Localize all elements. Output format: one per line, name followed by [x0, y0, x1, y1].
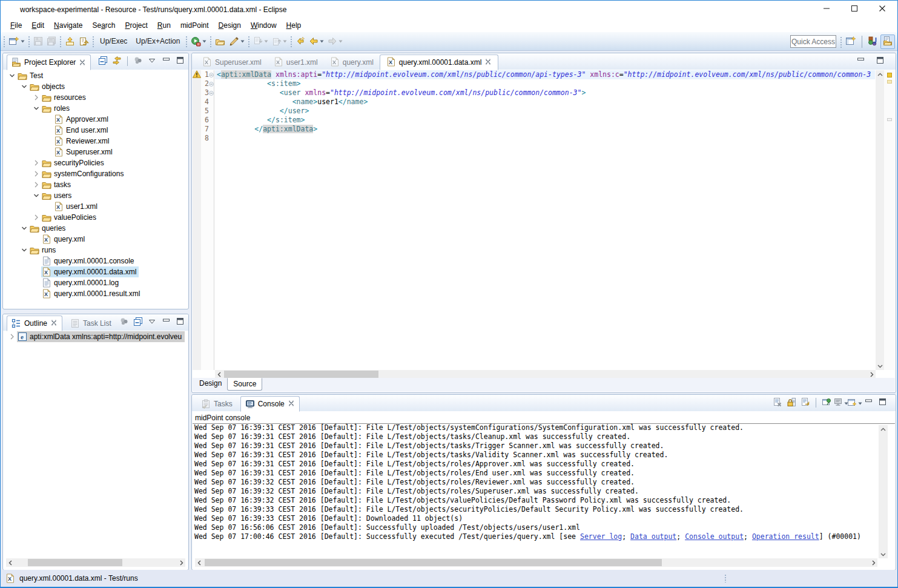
menu-navigate[interactable]: Navigate: [49, 19, 87, 31]
upload-server-button[interactable]: [63, 34, 77, 48]
upload-execute-button[interactable]: [77, 34, 91, 48]
warning-icon[interactable]: [193, 70, 201, 80]
menu-run[interactable]: Run: [153, 19, 176, 31]
focus-button[interactable]: [133, 56, 143, 66]
tree-item-reviewer-xml[interactable]: XReviewer.xml: [4, 136, 188, 147]
java-perspective-button[interactable]: [866, 35, 880, 49]
word-wrap-button[interactable]: [801, 398, 810, 408]
warning-overview-mark[interactable]: [887, 73, 892, 78]
code-line-4[interactable]: <name>user1</name>: [215, 97, 875, 107]
forward-button[interactable]: [326, 34, 345, 48]
scroll-lock-button[interactable]: [787, 398, 796, 408]
scroll-up-icon[interactable]: [876, 70, 884, 79]
scroll-left-icon[interactable]: [195, 558, 203, 567]
chevron-expanded-icon[interactable]: [19, 245, 29, 255]
chevron-expanded-icon[interactable]: [19, 82, 29, 91]
chevron-expanded-icon[interactable]: [19, 223, 29, 233]
chevron-expanded-icon[interactable]: [7, 71, 17, 81]
collapse-all-button[interactable]: [133, 317, 143, 327]
tab-task-list[interactable]: Task List: [66, 315, 116, 331]
display-console-button[interactable]: [836, 398, 845, 408]
editor-vertical-scrollbar[interactable]: [876, 70, 884, 370]
resource-perspective-button[interactable]: [880, 35, 895, 49]
maximize-view-button[interactable]: [175, 56, 185, 66]
occurrence-overview-mark[interactable]: [887, 118, 892, 121]
code-line-7[interactable]: </apti:xmlData>: [215, 125, 875, 134]
window-minimize-button[interactable]: [814, 1, 842, 18]
menu-file[interactable]: File: [5, 19, 27, 31]
close-view-icon[interactable]: [50, 319, 58, 328]
menu-project[interactable]: Project: [120, 19, 152, 31]
outline-root-row[interactable]: e apti:xmlData xmlns:apti=http://midpoin…: [4, 331, 188, 342]
collapse-all-button[interactable]: [98, 56, 108, 66]
minimize-view-button[interactable]: [856, 56, 865, 66]
scrollbar-thumb[interactable]: [28, 559, 122, 566]
menu-search[interactable]: Search: [87, 19, 120, 31]
pin-console-button[interactable]: [822, 398, 831, 408]
close-editor-icon[interactable]: [484, 58, 492, 67]
up-ex-action-button[interactable]: Up/Ex+Action: [131, 34, 184, 48]
xml-editor[interactable]: 12345678 <apti:xmlData xmlns:apti="http:…: [193, 70, 895, 370]
scroll-left-icon[interactable]: [215, 370, 223, 378]
save-button[interactable]: [31, 34, 45, 48]
tree-item-query-xml-00001-result-xml[interactable]: Xquery.xml.00001.result.xml: [4, 288, 188, 299]
tree-item-valuepolicies[interactable]: valuePolicies: [4, 212, 188, 223]
tree-item-superuser-xml[interactable]: XSuperuser.xml: [4, 147, 188, 157]
fold-marker-expanded[interactable]: [209, 70, 214, 79]
scroll-up-icon[interactable]: [879, 425, 888, 434]
tree-item-systemconfigurations[interactable]: systemConfigurations: [4, 168, 188, 179]
chevron-collapsed-icon[interactable]: [31, 169, 41, 179]
menu-midpoint[interactable]: midPoint: [176, 19, 214, 31]
tree-item-runs[interactable]: runs: [4, 245, 188, 256]
tree-item-resources[interactable]: resources: [4, 92, 188, 103]
tab-console[interactable]: Console: [240, 396, 300, 412]
menu-design[interactable]: Design: [214, 19, 246, 31]
menu-window[interactable]: Window: [246, 19, 282, 31]
tree-item-tasks[interactable]: tasks: [4, 179, 188, 190]
previous-annotation-button[interactable]: [270, 34, 289, 48]
run-button[interactable]: [189, 34, 208, 48]
warning-overview-mark-2[interactable]: [887, 80, 892, 84]
last-edit-location-button[interactable]: [294, 34, 307, 48]
console-content[interactable]: midPoint console Wed Sep 07 16:39:31 CES…: [193, 412, 895, 569]
console-link-operation-result[interactable]: Operation result: [752, 532, 819, 541]
paintbrush-button[interactable]: [227, 34, 246, 48]
code-text-area[interactable]: <apti:xmlData xmlns:apti="http://midpoin…: [215, 70, 875, 370]
close-view-icon[interactable]: [79, 59, 86, 66]
editor-tab-user1-xml[interactable]: Xuser1.xml: [268, 55, 324, 70]
scroll-left-icon[interactable]: [6, 558, 15, 567]
minimize-view-button[interactable]: [863, 398, 873, 408]
up-exec-button[interactable]: Up/Exec: [96, 34, 131, 48]
maximize-view-button[interactable]: [175, 317, 185, 327]
code-line-8[interactable]: [215, 134, 875, 143]
chevron-collapsed-icon[interactable]: [31, 93, 41, 102]
link-with-editor-button[interactable]: [112, 56, 122, 66]
window-maximize-button[interactable]: [842, 1, 870, 18]
code-line-2[interactable]: <s:item>: [215, 79, 875, 88]
editor-tab-query-xml[interactable]: Xquery.xml: [324, 55, 380, 70]
console-horizontal-scrollbar[interactable]: [195, 558, 877, 567]
view-menu-button[interactable]: [147, 317, 157, 327]
scroll-right-icon[interactable]: [869, 558, 877, 567]
fold-marker-expanded[interactable]: [209, 88, 214, 97]
console-link-server-log[interactable]: Server log: [580, 532, 622, 541]
open-folder-button[interactable]: [213, 34, 227, 48]
maximize-view-button[interactable]: [875, 56, 885, 66]
editor-horizontal-scrollbar[interactable]: [215, 370, 876, 378]
chevron-expanded-icon[interactable]: [31, 104, 41, 113]
maximize-view-button[interactable]: [877, 398, 887, 408]
tab-source[interactable]: Source: [227, 378, 262, 391]
console-vertical-scrollbar[interactable]: [879, 425, 888, 558]
tab-tasks[interactable]: Tasks: [197, 396, 237, 412]
chevron-collapsed-icon[interactable]: [31, 213, 41, 222]
save-all-button[interactable]: [45, 34, 58, 48]
scrollbar-thumb[interactable]: [224, 371, 378, 378]
window-close-button[interactable]: [870, 1, 897, 18]
clear-console-button[interactable]: [773, 398, 782, 408]
menu-help[interactable]: Help: [282, 19, 306, 31]
open-console-button[interactable]: [850, 398, 859, 408]
back-button[interactable]: [307, 34, 326, 48]
open-perspective-button[interactable]: [844, 35, 858, 49]
console-link-console-output[interactable]: Console output: [685, 532, 744, 541]
scrollbar-thumb[interactable]: [205, 559, 662, 566]
